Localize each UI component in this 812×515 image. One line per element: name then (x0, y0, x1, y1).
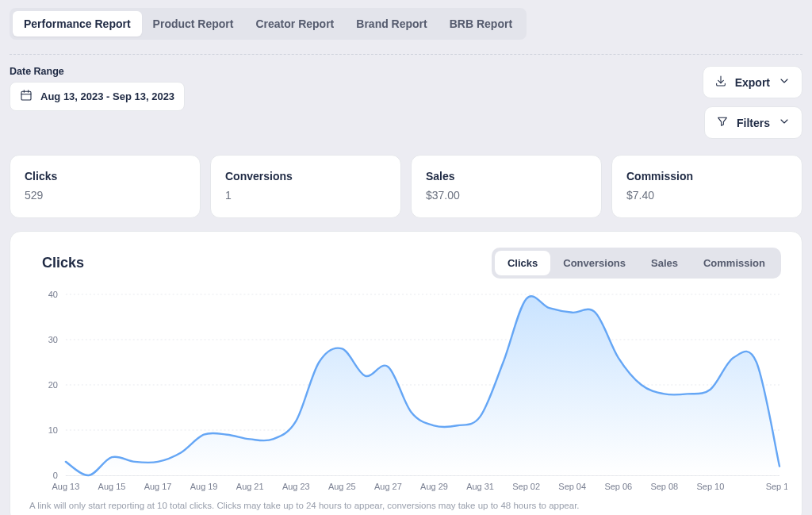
card-title: Clicks (25, 170, 186, 183)
svg-text:20: 20 (48, 380, 58, 390)
svg-text:Sep 06: Sep 06 (604, 482, 632, 491)
chart-footnote: A link will only start reporting at 10 t… (29, 501, 787, 510)
svg-text:Aug 27: Aug 27 (374, 482, 402, 491)
clicks-chart: 010203040Aug 13Aug 15Aug 17Aug 19Aug 21A… (28, 288, 787, 493)
svg-text:Aug 23: Aug 23 (282, 482, 310, 491)
card-commission[interactable]: Commission $7.40 (611, 155, 802, 218)
svg-text:Aug 19: Aug 19 (190, 482, 218, 491)
svg-text:Aug 21: Aug 21 (236, 482, 264, 491)
stats-row: Clicks 529 Conversions 1 Sales $37.00 Co… (10, 155, 802, 218)
filters-button[interactable]: Filters (704, 106, 802, 139)
svg-text:Aug 15: Aug 15 (98, 482, 126, 491)
card-clicks[interactable]: Clicks 529 (10, 155, 201, 218)
controls-row: Date Range Aug 13, 2023 - Sep 13, 2023 E… (10, 66, 802, 139)
card-value: $7.40 (626, 189, 787, 202)
chart-tabs: Clicks Conversions Sales Commission (492, 248, 781, 279)
svg-rect-0 (21, 91, 31, 100)
card-value: 529 (25, 189, 186, 202)
date-range-label: Date Range (10, 66, 185, 77)
download-icon (714, 75, 727, 90)
card-title: Commission (626, 170, 787, 183)
date-range-button[interactable]: Aug 13, 2023 - Sep 13, 2023 (10, 82, 185, 111)
export-button[interactable]: Export (703, 66, 802, 98)
card-value: $37.00 (426, 189, 587, 202)
chart-tab-clicks[interactable]: Clicks (495, 251, 550, 275)
chart-panel: Clicks Clicks Conversions Sales Commissi… (10, 231, 802, 515)
svg-text:Sep 04: Sep 04 (558, 482, 586, 491)
card-title: Sales (426, 170, 587, 183)
chevron-down-icon (778, 115, 791, 130)
tab-creator-report[interactable]: Creator Report (244, 11, 345, 37)
chart-tab-conversions[interactable]: Conversions (550, 251, 638, 275)
svg-text:Sep 10: Sep 10 (697, 482, 725, 491)
svg-text:Sep 13: Sep 13 (766, 482, 787, 491)
svg-text:Aug 31: Aug 31 (466, 482, 494, 491)
report-page: Performance Report Product Report Creato… (0, 0, 812, 515)
filters-label: Filters (737, 117, 770, 129)
tab-brb-report[interactable]: BRB Report (439, 11, 523, 37)
date-range-value: Aug 13, 2023 - Sep 13, 2023 (40, 90, 174, 102)
card-value: 1 (225, 189, 386, 202)
divider (10, 54, 802, 55)
svg-text:0: 0 (53, 471, 58, 480)
card-title: Conversions (225, 170, 386, 183)
action-buttons: Export Filters (703, 66, 802, 139)
report-tabs: Performance Report Product Report Creato… (10, 8, 527, 40)
chart-tab-commission[interactable]: Commission (691, 251, 778, 275)
svg-text:Aug 17: Aug 17 (144, 482, 172, 491)
chart-header: Clicks Clicks Conversions Sales Commissi… (31, 248, 781, 279)
svg-text:Sep 08: Sep 08 (650, 482, 678, 491)
tab-performance-report[interactable]: Performance Report (13, 11, 142, 37)
svg-text:40: 40 (48, 290, 58, 299)
svg-text:Aug 13: Aug 13 (52, 482, 80, 491)
chevron-down-icon (778, 75, 791, 90)
chart-title: Clicks (42, 255, 84, 271)
svg-text:Aug 29: Aug 29 (420, 482, 448, 491)
tab-product-report[interactable]: Product Report (142, 11, 245, 37)
svg-text:30: 30 (48, 335, 58, 344)
chart-tab-sales[interactable]: Sales (638, 251, 691, 275)
svg-text:Aug 25: Aug 25 (328, 482, 356, 491)
filter-icon (716, 115, 729, 130)
export-label: Export (735, 76, 770, 89)
svg-text:Sep 02: Sep 02 (512, 482, 540, 491)
card-sales[interactable]: Sales $37.00 (411, 155, 602, 218)
calendar-icon (20, 89, 33, 104)
card-conversions[interactable]: Conversions 1 (210, 155, 401, 218)
date-range-block: Date Range Aug 13, 2023 - Sep 13, 2023 (10, 66, 185, 111)
tab-brand-report[interactable]: Brand Report (345, 11, 438, 37)
svg-text:10: 10 (48, 425, 58, 435)
chart-area: 010203040Aug 13Aug 15Aug 17Aug 19Aug 21A… (28, 288, 787, 493)
